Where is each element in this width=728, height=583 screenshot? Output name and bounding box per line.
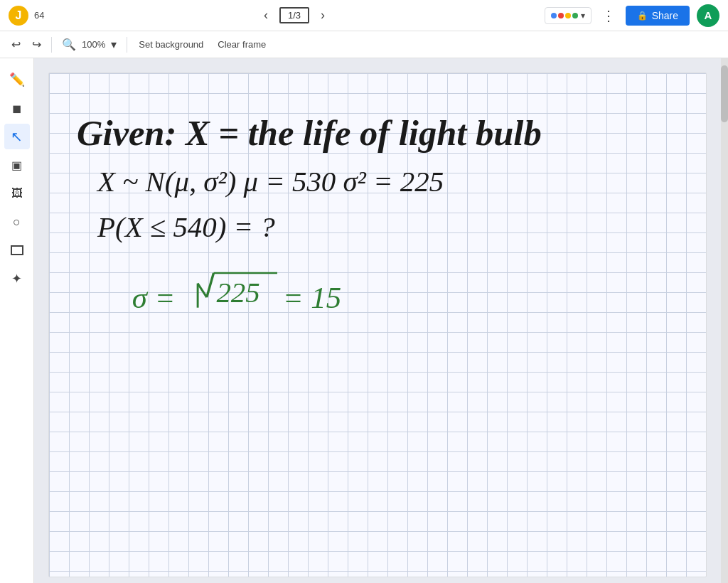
next-slide-button[interactable]: › bbox=[315, 5, 331, 26]
laser-tool-button[interactable]: ✦ bbox=[4, 266, 30, 292]
lock-icon: 🔒 bbox=[637, 11, 648, 21]
select-icon: ↖ bbox=[11, 128, 23, 145]
slide-content-svg: Given: X = the life of light bulb X ~ N(… bbox=[49, 73, 706, 577]
topbar-right: ▾ ⋮ 🔒 Share A bbox=[545, 4, 719, 27]
left-sidebar: ✏️ ◼ ↖ ▣ 🖼 ○ ✦ bbox=[0, 58, 34, 583]
zoom-button[interactable]: 🔍 bbox=[58, 35, 80, 54]
line4-sigma: σ = bbox=[132, 281, 176, 314]
toolbar-divider-2 bbox=[127, 37, 127, 53]
shape-tool-button[interactable]: ○ bbox=[4, 209, 30, 235]
google-meet-button[interactable]: ▾ bbox=[545, 7, 592, 24]
slide-number: 64 bbox=[34, 10, 44, 21]
zoom-dropdown-button[interactable]: ▾ bbox=[107, 35, 121, 54]
image-tool-button[interactable]: 🖼 bbox=[4, 181, 30, 206]
redo-icon: ↪ bbox=[32, 38, 41, 51]
zoom-control: 🔍 100% ▾ bbox=[58, 35, 121, 54]
eraser-icon: ◼ bbox=[12, 102, 21, 115]
frame-tool-button[interactable] bbox=[4, 237, 30, 263]
meet-dot-green bbox=[572, 13, 578, 18]
chevron-down-icon: ▾ bbox=[111, 38, 117, 51]
sticky-note-tool-button[interactable]: ▣ bbox=[4, 152, 30, 178]
scrollbar-thumb[interactable] bbox=[721, 65, 728, 122]
pen-icon: ✏️ bbox=[9, 72, 25, 87]
sqrt-check-low bbox=[198, 284, 207, 297]
eraser-tool-button[interactable]: ◼ bbox=[4, 95, 30, 121]
toolbar-divider-1 bbox=[51, 37, 52, 53]
slide-indicator: 1/3 bbox=[279, 7, 309, 23]
canvas-area[interactable]: Given: X = the life of light bulb X ~ N(… bbox=[34, 58, 721, 583]
laser-icon: ✦ bbox=[11, 271, 22, 287]
shape-icon: ○ bbox=[13, 215, 21, 230]
share-button[interactable]: 🔒 Share bbox=[626, 6, 690, 26]
clear-frame-button[interactable]: Clear frame bbox=[212, 36, 272, 53]
line4-result: = 15 bbox=[283, 281, 341, 314]
sqrt-check-high bbox=[207, 273, 214, 297]
line4-225: 225 bbox=[216, 277, 259, 309]
meet-dot-yellow bbox=[565, 13, 571, 18]
sticky-note-icon: ▣ bbox=[11, 159, 22, 172]
set-background-button[interactable]: Set background bbox=[133, 36, 209, 53]
undo-icon: ↩ bbox=[11, 38, 21, 51]
pen-tool-button[interactable]: ✏️ bbox=[4, 67, 30, 92]
meet-dot-blue bbox=[551, 13, 557, 18]
slide[interactable]: Given: X = the life of light bulb X ~ N(… bbox=[48, 73, 707, 577]
select-tool-button[interactable]: ↖ bbox=[4, 124, 30, 149]
meet-icon bbox=[551, 13, 578, 18]
app-icon: J bbox=[9, 6, 28, 26]
topbar-left: J 64 bbox=[9, 6, 44, 26]
zoom-value: 100% bbox=[82, 39, 105, 50]
line2-text: X ~ N(μ, σ²) μ = 530 σ² = 225 bbox=[96, 166, 444, 198]
vertical-scrollbar[interactable] bbox=[721, 58, 728, 583]
meet-dot-red bbox=[558, 13, 564, 18]
topbar: J 64 ‹ 1/3 › ▾ ⋮ 🔒 Share bbox=[0, 0, 728, 31]
more-options-button[interactable]: ⋮ bbox=[599, 4, 619, 27]
line3-text: P(X ≤ 540) = ? bbox=[97, 211, 275, 243]
topbar-center: ‹ 1/3 › bbox=[258, 5, 331, 26]
frame-icon bbox=[11, 245, 23, 255]
zoom-icon: 🔍 bbox=[62, 38, 76, 51]
line1-text: Given: X = the life of light bulb bbox=[77, 113, 542, 153]
avatar[interactable]: A bbox=[697, 4, 719, 27]
image-icon: 🖼 bbox=[11, 187, 23, 200]
toolbar: ↩ ↪ 🔍 100% ▾ Set background Clear frame bbox=[0, 31, 728, 58]
undo-button[interactable]: ↩ bbox=[7, 35, 25, 54]
redo-button[interactable]: ↪ bbox=[28, 35, 46, 54]
main-area: ✏️ ◼ ↖ ▣ 🖼 ○ ✦ Given: X = the lif bbox=[0, 58, 728, 583]
prev-slide-button[interactable]: ‹ bbox=[258, 5, 274, 26]
meet-dropdown-arrow: ▾ bbox=[581, 11, 585, 21]
